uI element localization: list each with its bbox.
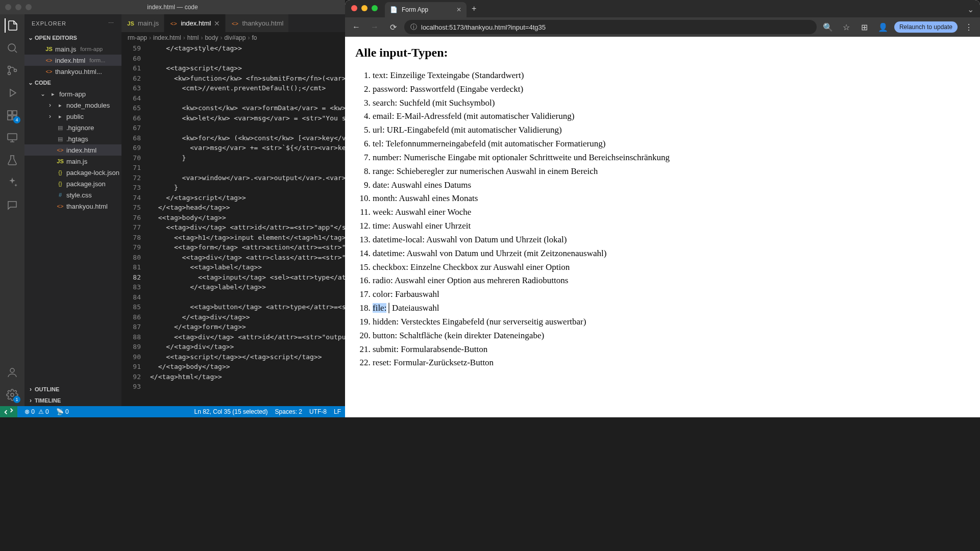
testing-icon[interactable] [5,153,19,167]
item-label: package.json [66,180,106,188]
list-item: range: Schieberegler zur numerischen Aus… [373,165,970,178]
file-item[interactable]: <>thankyou.html [24,201,121,212]
extensions-badge: 4 [13,116,20,123]
breadcrumb-item[interactable]: index.html [153,34,181,41]
code-content[interactable]: </<tag>style</tag>> <<tag>script</tag>> … [150,43,345,406]
status-encoding[interactable]: UTF-8 [309,408,327,415]
window-title: index.html — code [147,4,198,11]
url-text: localhost:5173/thankyou.html?input=4tg35 [421,23,546,31]
reload-button[interactable]: ⟳ [386,20,400,34]
status-spaces[interactable]: Spaces: 2 [275,408,302,415]
relaunch-button[interactable]: Relaunch to update [894,21,958,33]
sparkle-icon[interactable] [5,176,19,190]
new-tab-button[interactable]: + [472,4,476,13]
open-editors-list: JSmain.jsform-app✕<>index.htmlform...<>t… [24,43,121,77]
workspace-header[interactable]: ⌄ CODE [24,77,121,88]
chevron-icon: › [46,102,54,109]
sidebar: EXPLORER ⋯ ⌄ OPEN EDITORS JSmain.jsform-… [24,14,121,406]
list-item: tel: Telefonnummerneingabefeld (mit auto… [373,137,970,151]
file-item[interactable]: <>index.html [24,144,121,156]
more-icon[interactable]: ⋯ [108,20,114,27]
page-content: Alle input-Typen: text: Einzeilige Texte… [345,37,980,417]
search-icon[interactable] [5,41,19,55]
file-item[interactable]: ▤.hgignore [24,122,121,133]
source-control-icon[interactable] [5,63,19,78]
breadcrumb-item[interactable]: div#app [224,34,246,41]
file-item[interactable]: {}package.json [24,178,121,189]
input-types-list: text: Einzeilige Texteingabe (Standardwe… [373,69,970,369]
item-label: form-app [59,90,86,98]
folder-item[interactable]: ›▸public [24,111,121,122]
svg-rect-5 [13,111,17,115]
timeline-header[interactable]: ›TIMELINE [24,395,121,406]
item-label: public [66,113,84,120]
remote-explorer-icon[interactable] [5,131,19,145]
breadcrumb-item[interactable]: fo [252,34,257,41]
code-editor[interactable]: 5960616263646566676869707172737475767778… [121,43,345,406]
chevron-right-icon: › [27,386,35,393]
profile-icon[interactable]: 👤 [876,20,890,34]
status-errors[interactable]: ⊗ 0 ⚠ 0 [24,408,49,415]
file-item[interactable]: ▤.hgtags [24,133,121,144]
status-cursor[interactable]: Ln 82, Col 35 (15 selected) [194,408,268,415]
minimize-icon[interactable] [15,4,21,10]
sidebar-header: EXPLORER ⋯ [24,14,121,32]
file-item[interactable]: {}package-lock.json [24,167,121,178]
status-eol[interactable]: LF [334,408,341,415]
bookmark-icon[interactable]: ☆ [839,20,853,34]
open-editor-item[interactable]: ✕<>index.htmlform... [24,55,121,66]
forward-button[interactable]: → [368,20,382,34]
minimize-icon[interactable] [361,5,368,11]
tab-close-icon[interactable]: ✕ [214,19,220,28]
account-icon[interactable] [5,365,19,380]
browser-tab[interactable]: 📄 Form App ✕ [385,2,467,17]
debug-icon[interactable] [5,86,19,100]
chrome-tabstrip: 📄 Form App ✕ + ⌄ [345,0,980,17]
remote-indicator[interactable] [0,406,17,417]
tab-favicon: 📄 [390,6,398,13]
maximize-icon[interactable] [26,4,32,10]
zoom-icon[interactable]: 🔍 [821,20,835,34]
breadcrumb-item[interactable]: html [187,34,199,41]
back-button[interactable]: ← [349,20,363,34]
editor-tab[interactable]: JSmain.js [121,14,164,32]
address-bar[interactable]: ⓘ localhost:5173/thankyou.html?input=4tg… [404,20,817,34]
maximize-icon[interactable] [372,5,378,11]
svg-point-3 [14,69,17,72]
site-info-icon[interactable]: ⓘ [410,22,417,32]
item-label: .hgtags [66,135,88,143]
editor-tab[interactable]: <>index.html✕ [164,14,226,32]
chevron-icon: › [46,113,54,120]
list-item: week: Auswahl einer Woche [373,206,970,219]
list-item: password: Passwortfeld (Eingabe verdeckt… [373,83,970,96]
chat-icon[interactable] [5,198,19,212]
outline-header[interactable]: ›OUTLINE [24,384,121,395]
folder-item[interactable]: ⌄▸form-app [24,88,121,99]
tab-close-icon[interactable]: ✕ [456,6,461,13]
install-icon[interactable]: ⊞ [857,20,872,34]
breadcrumbs[interactable]: rm-app›index.html›html›body›div#app›fo [121,32,345,43]
open-editors-header[interactable]: ⌄ OPEN EDITORS [24,32,121,43]
open-editor-item[interactable]: JSmain.jsform-app [24,43,121,55]
menu-icon[interactable]: ⋮ [962,20,976,34]
tab-label: index.html [181,19,211,27]
status-ports[interactable]: 📡 0 [56,408,69,415]
tab-label: main.js [138,19,159,27]
expand-tabs-icon[interactable]: ⌄ [967,5,974,14]
breadcrumb-item[interactable]: rm-app [128,34,147,41]
svg-rect-4 [8,111,12,115]
settings-gear-icon[interactable]: 1 [5,388,19,402]
editor-tabs: JSmain.js<>index.html✕<>thankyou.html [121,14,345,32]
list-item: email: E-Mail-Adressfeld (mit automatisc… [373,110,970,123]
file-item[interactable]: JSmain.js [24,156,121,167]
breadcrumb-item[interactable]: body [205,34,218,41]
extensions-icon[interactable]: 4 [5,108,19,122]
close-icon[interactable] [351,5,357,11]
folder-item[interactable]: ›▸node_modules [24,99,121,111]
close-icon[interactable] [5,4,11,10]
open-editor-item[interactable]: <>thankyou.html... [24,66,121,77]
editor-tab[interactable]: <>thankyou.html [226,14,289,32]
item-label: .hgignore [66,124,94,132]
file-item[interactable]: #style.css [24,189,121,201]
explorer-icon[interactable] [5,18,19,33]
